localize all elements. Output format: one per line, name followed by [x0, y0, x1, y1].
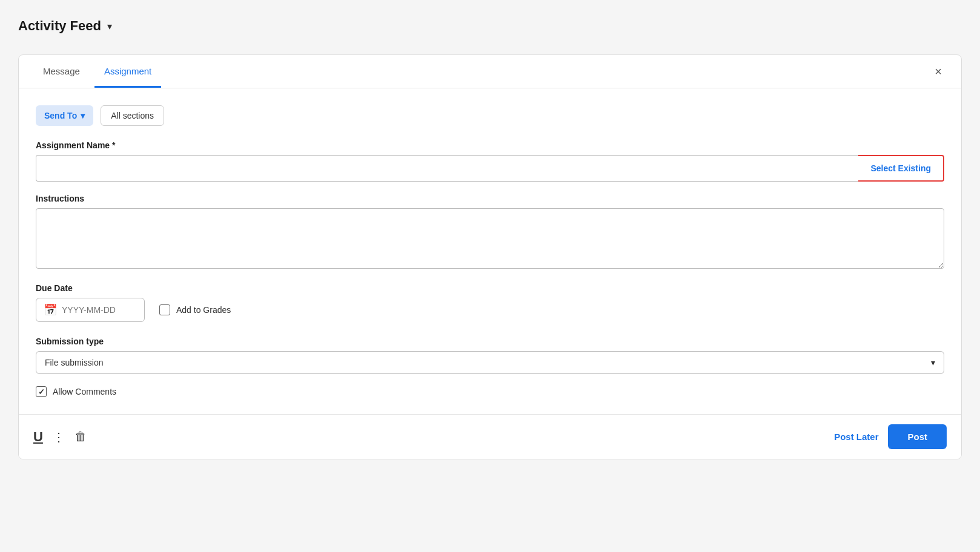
date-input[interactable]: [62, 305, 134, 315]
chevron-down-icon[interactable]: ▾: [107, 21, 112, 32]
submission-type-value: File submission: [45, 358, 103, 367]
add-to-grades-label: Add to Grades: [176, 305, 231, 315]
instructions-label: Instructions: [36, 194, 944, 203]
submission-type-select[interactable]: File submission ▾: [36, 351, 944, 374]
select-existing-button[interactable]: Select Existing: [858, 155, 944, 182]
submission-type-label: Submission type: [36, 337, 944, 346]
instructions-textarea[interactable]: [36, 208, 944, 269]
allow-comments-row: Allow Comments: [36, 386, 944, 414]
assignment-name-input[interactable]: [36, 155, 858, 182]
more-options-icon[interactable]: ⋮: [53, 430, 65, 444]
close-button[interactable]: ×: [930, 61, 947, 82]
allow-comments-checkbox[interactable]: [36, 386, 47, 397]
due-date-row: 📅 Add to Grades: [36, 298, 944, 322]
tab-assignment[interactable]: Assignment: [94, 55, 161, 88]
assignment-name-label: Assignment Name *: [36, 140, 944, 150]
instructions-field: Instructions: [36, 194, 944, 283]
all-sections-button[interactable]: All sections: [101, 105, 164, 126]
allow-comments-label: Allow Comments: [53, 387, 116, 396]
send-to-label: Send To: [44, 111, 77, 120]
footer-left: U ⋮ 🗑: [33, 429, 87, 445]
send-to-row: Send To ▾ All sections: [36, 105, 944, 126]
main-card: Message Assignment × Send To ▾ All secti…: [18, 54, 962, 459]
post-later-button[interactable]: Post Later: [834, 432, 878, 442]
submission-type-section: Submission type File submission ▾: [36, 337, 944, 374]
card-footer: U ⋮ 🗑 Post Later Post: [19, 414, 961, 459]
card-body: Send To ▾ All sections Assignment Name *…: [19, 88, 961, 414]
tab-message[interactable]: Message: [33, 55, 90, 88]
page-container: Activity Feed ▾ Message Assignment × Sen…: [0, 0, 980, 552]
calendar-icon: 📅: [44, 303, 57, 317]
due-date-label: Due Date: [36, 283, 944, 293]
post-button[interactable]: Post: [888, 424, 947, 449]
assignment-name-row: Select Existing: [36, 155, 944, 182]
date-input-wrapper[interactable]: 📅: [36, 298, 145, 322]
page-header: Activity Feed ▾: [18, 12, 962, 40]
footer-right: Post Later Post: [834, 424, 947, 449]
send-to-button[interactable]: Send To ▾: [36, 105, 93, 126]
add-to-grades-checkbox[interactable]: [159, 304, 170, 315]
attachment-icon[interactable]: U: [33, 429, 43, 445]
assignment-name-field: Assignment Name * Select Existing: [36, 140, 944, 182]
due-date-section: Due Date 📅 Add to Grades: [36, 283, 944, 322]
add-to-grades-row: Add to Grades: [159, 304, 231, 315]
delete-icon[interactable]: 🗑: [74, 430, 87, 444]
submission-type-chevron-icon: ▾: [931, 358, 935, 367]
tabs-bar: Message Assignment ×: [19, 55, 961, 88]
send-to-chevron-icon: ▾: [81, 111, 85, 120]
page-title: Activity Feed: [18, 18, 101, 34]
